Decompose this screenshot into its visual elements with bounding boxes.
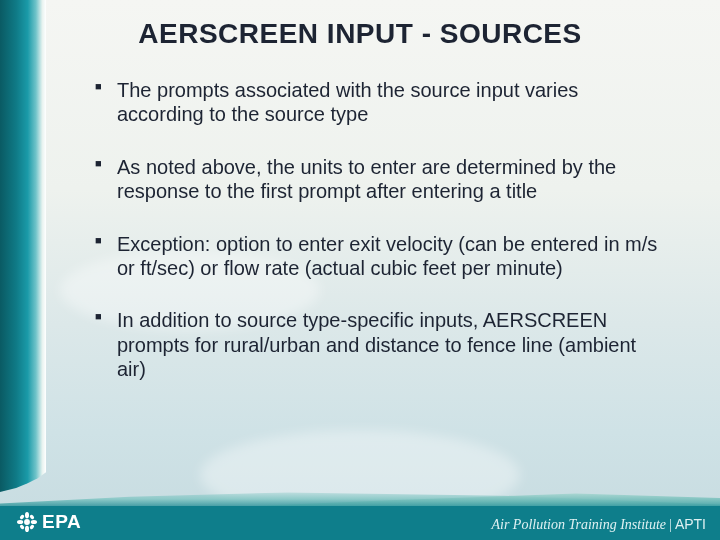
org-full: Air Pollution Training Institute: [491, 517, 666, 532]
slide-title: AERSCREEN INPUT - SOURCES: [0, 18, 720, 50]
bullet-item: As noted above, the units to enter are d…: [95, 155, 665, 204]
svg-point-8: [29, 524, 35, 530]
content-area: The prompts associated with the source i…: [95, 78, 665, 410]
epa-logo: EPA: [16, 510, 81, 534]
slide: AERSCREEN INPUT - SOURCES The prompts as…: [0, 0, 720, 540]
epa-logo-text: EPA: [42, 511, 81, 533]
svg-point-5: [19, 514, 25, 520]
left-ribbon: [0, 0, 46, 492]
bullet-item: The prompts associated with the source i…: [95, 78, 665, 127]
svg-point-0: [24, 519, 30, 525]
org-abbr: APTI: [675, 516, 706, 532]
pipe-separator: |: [669, 517, 672, 532]
svg-point-6: [29, 514, 35, 520]
svg-point-7: [19, 524, 25, 530]
footer-right-text: Air Pollution Training Institute|APTI: [491, 516, 706, 533]
bullet-list: The prompts associated with the source i…: [95, 78, 665, 382]
footer: EPA Air Pollution Training Institute|APT…: [0, 492, 720, 540]
svg-point-3: [17, 520, 23, 524]
svg-point-1: [25, 512, 29, 518]
epa-flower-icon: [16, 511, 38, 533]
bullet-item: In addition to source type-specific inpu…: [95, 308, 665, 381]
svg-point-2: [25, 526, 29, 532]
bullet-item: Exception: option to enter exit velocity…: [95, 232, 665, 281]
svg-point-4: [31, 520, 37, 524]
